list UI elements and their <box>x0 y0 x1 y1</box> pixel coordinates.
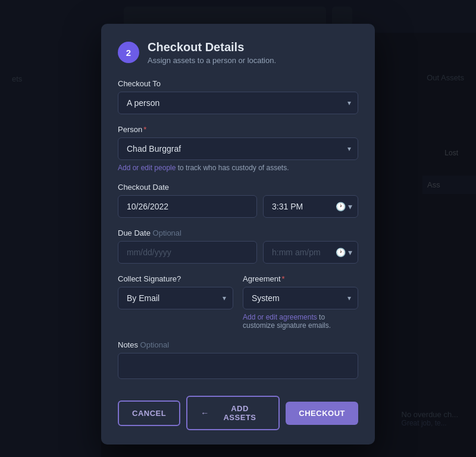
checkout-date-label: Checkout Date <box>118 183 358 192</box>
person-helper-text: to track who has custody of assets. <box>176 164 289 172</box>
time-input-wrap: 🕐 ▾ <box>263 195 358 218</box>
step-badge: 2 <box>118 42 139 63</box>
date-time-row: 🕐 ▾ <box>118 195 358 218</box>
collect-signature-select-wrapper[interactable]: By Email In Person None ▾ <box>118 287 233 309</box>
due-time-icon: 🕐 ▾ <box>336 248 352 257</box>
notes-optional: Optional <box>140 340 169 349</box>
checkout-modal: 2 Checkout Details Assign assets to a pe… <box>101 24 375 445</box>
collect-signature-select[interactable]: By Email In Person None <box>118 287 233 309</box>
add-edit-agreements-link[interactable]: Add or edit agreements <box>243 313 317 321</box>
due-time-input-wrap: 🕐 ▾ <box>263 241 358 264</box>
person-helper: Add or edit people to track who has cust… <box>118 164 358 172</box>
due-date-time-row: 🕐 ▾ <box>118 241 358 264</box>
due-date-optional: Optional <box>153 228 181 237</box>
notes-group: Notes Optional <box>118 340 358 381</box>
person-select-wrapper[interactable]: Chad Burggraf ▾ <box>118 137 358 160</box>
cancel-button[interactable]: CANCEL <box>118 400 180 426</box>
checkout-to-group: Checkout To A person A location ▾ <box>118 79 358 114</box>
person-label: Person* <box>118 125 358 134</box>
checkout-to-select-wrapper[interactable]: A person A location ▾ <box>118 92 358 114</box>
date-input-wrap <box>118 195 257 218</box>
person-group: Person* Chad Burggraf ▾ Add or edit peop… <box>118 125 358 172</box>
agreement-group: Agreement* System Custom ▾ Add or edit a… <box>243 274 358 330</box>
due-date-group: Due Date Optional 🕐 ▾ <box>118 228 358 264</box>
collect-signature-group: Collect Signature? By Email In Person No… <box>118 274 233 330</box>
checkout-to-label: Checkout To <box>118 79 358 88</box>
required-indicator: * <box>143 125 146 134</box>
person-select[interactable]: Chad Burggraf <box>118 137 358 160</box>
modal-title: Checkout Details <box>148 40 276 54</box>
agreement-select-wrapper[interactable]: System Custom ▾ <box>243 287 358 309</box>
agreement-select[interactable]: System Custom <box>243 287 358 309</box>
modal-header: 2 Checkout Details Assign assets to a pe… <box>118 40 358 65</box>
checkout-to-select[interactable]: A person A location <box>118 92 358 114</box>
modal-title-group: Checkout Details Assign assets to a pers… <box>148 40 276 65</box>
checkout-date-input[interactable] <box>118 195 257 218</box>
add-assets-button[interactable]: ← ADD ASSETS <box>186 396 280 430</box>
due-date-label: Due Date Optional <box>118 228 358 237</box>
time-icon: 🕐 ▾ <box>336 202 352 211</box>
agreement-required: * <box>282 274 285 283</box>
notes-label: Notes Optional <box>118 340 358 349</box>
checkout-button[interactable]: CHECKOUT <box>286 402 358 425</box>
modal-subtitle: Assign assets to a person or location. <box>148 56 276 65</box>
agreement-helper: Add or edit agreements to customize sign… <box>243 313 358 330</box>
due-date-input[interactable] <box>118 241 257 264</box>
due-date-input-wrap <box>118 241 257 264</box>
add-edit-people-link[interactable]: Add or edit people <box>118 164 176 172</box>
collect-signature-label: Collect Signature? <box>118 274 233 283</box>
modal-footer: CANCEL ← ADD ASSETS CHECKOUT <box>118 396 358 430</box>
arrow-left-icon: ← <box>201 408 209 418</box>
agreement-label: Agreement* <box>243 274 358 283</box>
checkout-date-group: Checkout Date 🕐 ▾ <box>118 183 358 218</box>
notes-input[interactable] <box>118 353 358 379</box>
signature-agreement-row: Collect Signature? By Email In Person No… <box>118 274 358 340</box>
